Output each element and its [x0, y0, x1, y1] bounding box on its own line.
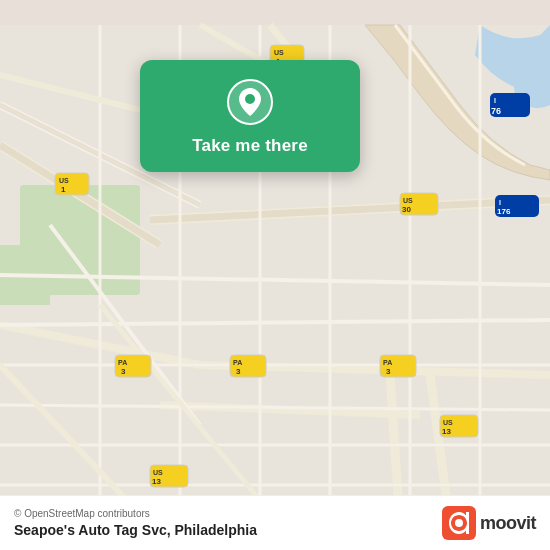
svg-text:US: US: [443, 419, 453, 426]
svg-text:3: 3: [236, 367, 241, 376]
svg-text:PA: PA: [233, 359, 242, 366]
action-card: Take me there: [140, 60, 360, 172]
map-container: US 1 US 1 US 30 I 76 I 176 PA 3 PA 3 PA …: [0, 0, 550, 550]
take-me-there-button[interactable]: Take me there: [192, 136, 308, 156]
svg-text:3: 3: [386, 367, 391, 376]
svg-text:76: 76: [491, 106, 501, 116]
svg-text:US: US: [274, 49, 284, 56]
copyright-text: © OpenStreetMap contributors: [14, 508, 257, 519]
bottom-left: © OpenStreetMap contributors Seapoe's Au…: [14, 508, 257, 538]
location-name: Seapoe's Auto Tag Svc, Philadelphia: [14, 522, 257, 538]
svg-text:US: US: [153, 469, 163, 476]
svg-text:PA: PA: [118, 359, 127, 366]
svg-text:3: 3: [121, 367, 126, 376]
location-pin-icon: [226, 78, 274, 126]
moovit-text: moovit: [480, 513, 536, 534]
svg-text:13: 13: [442, 427, 451, 436]
svg-text:PA: PA: [383, 359, 392, 366]
svg-text:I: I: [499, 199, 501, 206]
svg-point-63: [245, 94, 255, 104]
svg-text:176: 176: [497, 207, 511, 216]
svg-text:30: 30: [402, 205, 411, 214]
svg-text:1: 1: [61, 185, 66, 194]
svg-point-65: [455, 519, 463, 527]
svg-text:I: I: [494, 97, 496, 104]
moovit-logo: moovit: [442, 506, 536, 540]
bottom-bar: © OpenStreetMap contributors Seapoe's Au…: [0, 495, 550, 550]
svg-text:US: US: [403, 197, 413, 204]
moovit-icon: [442, 506, 476, 540]
svg-text:13: 13: [152, 477, 161, 486]
svg-text:US: US: [59, 177, 69, 184]
